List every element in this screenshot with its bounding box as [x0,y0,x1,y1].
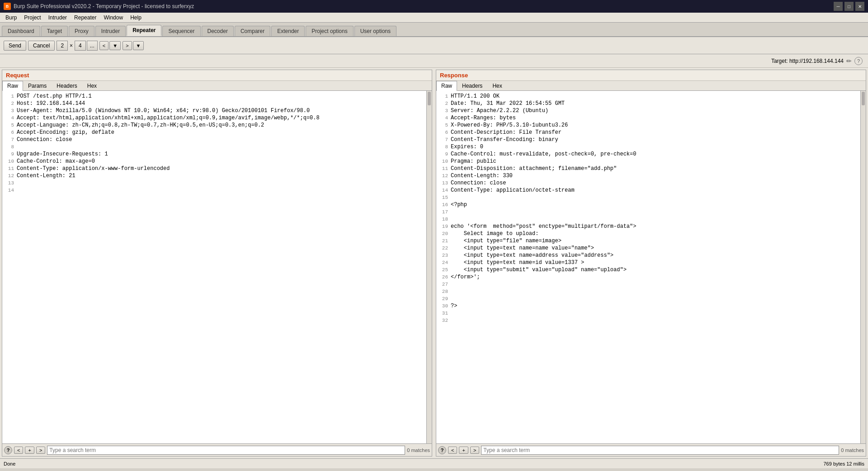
tab-comparer[interactable]: Comparer [235,26,270,36]
request-search-prev[interactable]: < [14,447,23,454]
response-panel: Response Raw Headers Hex 1HTTP/1.1 200 O… [436,70,866,457]
request-search-help[interactable]: ? [4,446,12,454]
tab-4-button[interactable]: 4 [75,41,86,51]
response-line-20: 20 Select image to upload: [438,230,859,237]
request-line-2: 2Host: 192.168.144.144 [4,100,425,107]
response-line-2: 2Date: Thu, 31 Mar 2022 16:54:55 GMT [438,100,859,107]
response-search-input[interactable] [481,446,839,455]
target-bar: Target: http://192.168.144.144 ✏ ? [0,54,868,68]
request-search-next[interactable]: + [25,447,34,454]
request-search-input[interactable] [47,446,405,455]
tab-repeater[interactable]: Repeater [127,25,161,36]
response-line-28: 28 [438,288,859,295]
response-line-18: 18 [438,216,859,223]
response-search-forward[interactable]: > [470,447,479,454]
cancel-button[interactable]: Cancel [28,41,55,51]
response-line-23: 23 <input type=text name=address value="… [438,252,859,259]
prev-button[interactable]: < [99,41,108,50]
menu-intruder[interactable]: Intruder [45,14,71,22]
response-line-21: 21 <input type="file" name=image> [438,237,859,245]
request-line-7: 7Connection: close [4,136,425,143]
response-line-3: 3Server: Apache/2.2.22 (Ubuntu) [438,107,859,114]
request-tab-headers[interactable]: Headers [52,81,82,90]
menu-burp[interactable]: Burp [2,14,20,22]
title-bar-controls: ─ □ ✕ [834,2,864,11]
request-scroll-thumb [428,92,431,105]
response-search-help[interactable]: ? [438,446,446,454]
tab-intruder[interactable]: Intruder [95,26,126,36]
target-help-button[interactable]: ? [854,57,863,65]
response-scrollbar[interactable] [860,91,866,443]
close-button[interactable]: ✕ [855,2,864,11]
request-line-13: 13 [4,179,425,187]
tab-separator: × [69,42,74,49]
response-match-count: 0 matches [841,447,864,453]
request-line-1: 1POST /test.php HTTP/1.1 [4,93,425,100]
menu-help[interactable]: Help [127,14,145,22]
menu-repeater[interactable]: Repeater [71,14,100,22]
tab-target[interactable]: Target [41,26,68,36]
request-scrollbar[interactable] [426,91,432,443]
tab-nav-group: 2 × 4 ... [57,41,97,51]
status-text: Done [4,461,15,466]
response-tab-headers[interactable]: Headers [457,81,487,90]
menu-project[interactable]: Project [20,14,44,22]
tab-sequencer[interactable]: Sequencer [162,26,200,36]
status-info: 769 bytes 12 millis [824,461,865,466]
menu-window[interactable]: Window [100,14,127,22]
next-button[interactable]: > [123,41,132,50]
tab-2-button[interactable]: 2 [57,41,68,51]
request-tabs: Raw Params Headers Hex [2,81,432,91]
response-tab-raw[interactable]: Raw [436,81,457,91]
next-dropdown-button[interactable]: ▼ [133,41,144,50]
request-tab-hex[interactable]: Hex [82,81,102,90]
request-match-count: 0 matches [407,447,430,453]
request-line-5: 5Accept-Language: zh-CN,zh;q=0.8,zh-TW;q… [4,122,425,129]
request-line-9: 9Upgrade-Insecure-Requests: 1 [4,151,425,158]
tab-decoder[interactable]: Decoder [202,26,234,36]
minimize-button[interactable]: ─ [834,2,843,11]
response-scroll-thumb [862,92,865,105]
response-line-15: 15 [438,194,859,201]
response-line-24: 24 <input type=text name=id value=1337 > [438,259,859,266]
response-line-14: 14Content-Type: application/octet-stream [438,187,859,194]
edit-target-button[interactable]: ✏ [846,57,852,65]
send-button[interactable]: Send [4,41,26,51]
response-line-31: 31 [438,310,859,317]
response-search-bar: ? < + > 0 matches [436,443,866,456]
response-line-1: 1HTTP/1.1 200 OK [438,93,859,100]
tab-project-options[interactable]: Project options [306,26,353,36]
request-tab-params[interactable]: Params [23,81,52,90]
request-search-forward[interactable]: > [36,447,45,454]
tab-user-options[interactable]: User options [354,26,396,36]
request-line-11: 11Content-Type: application/x-www-form-u… [4,165,425,172]
response-search-prev[interactable]: < [448,447,457,454]
request-scroll-container: 1POST /test.php HTTP/1.12Host: 192.168.1… [2,91,432,443]
request-line-14: 14 [4,187,425,194]
prev-dropdown-button[interactable]: ▼ [109,41,121,50]
response-tabs: Raw Headers Hex [436,81,866,91]
response-code-area[interactable]: 1HTTP/1.1 200 OK2Date: Thu, 31 Mar 2022 … [436,91,860,443]
request-line-4: 4Accept: text/html,application/xhtml+xml… [4,114,425,122]
tab-extender[interactable]: Extender [271,26,305,36]
response-title: Response [436,70,866,81]
request-line-12: 12Content-Length: 21 [4,172,425,179]
maximize-button[interactable]: □ [844,2,854,11]
response-line-22: 22 <input type=text name=name value="nam… [438,245,859,252]
tab-proxy[interactable]: Proxy [69,26,94,36]
title-bar-left: B Burp Suite Professional v2020.2 - Temp… [4,3,194,10]
response-line-6: 6Content-Description: File Transfer [438,129,859,136]
status-right: 769 bytes 12 millis [824,461,865,466]
request-title: Request [2,70,432,81]
request-tab-raw[interactable]: Raw [2,81,23,91]
response-search-next[interactable]: + [459,447,468,454]
prev-nav-group: < ▼ [99,41,121,50]
request-code-area[interactable]: 1POST /test.php HTTP/1.12Host: 192.168.1… [2,91,426,443]
title-bar: B Burp Suite Professional v2020.2 - Temp… [0,0,868,13]
tab-ellipsis-button[interactable]: ... [87,41,98,51]
response-line-13: 13Connection: close [438,179,859,187]
tab-dashboard[interactable]: Dashboard [2,26,40,36]
main-content: Request Raw Params Headers Hex 1POST /te… [0,68,868,458]
request-search-bar: ? < + > 0 matches [2,443,432,456]
response-tab-hex[interactable]: Hex [487,81,507,90]
